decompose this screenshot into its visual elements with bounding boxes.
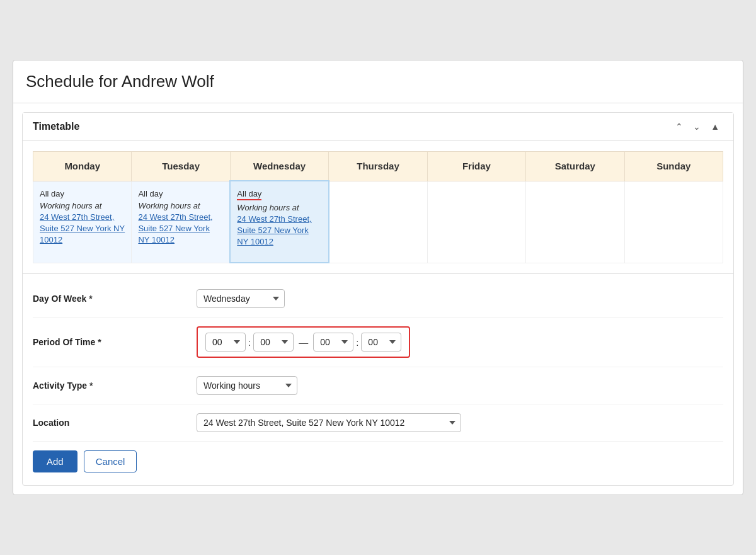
activity-type-control: Working hours [197, 376, 297, 395]
form-section: Day Of Week * Monday Tuesday Wednesday T… [23, 274, 733, 485]
timetable-section: Timetable ⌃ ⌄ ▲ Monday Tuesday Wednesday… [22, 112, 734, 486]
time-dash: — [299, 337, 308, 348]
cell-monday: All day Working hours at 24 West 27th St… [33, 181, 132, 263]
timetable-row: All day Working hours at 24 West 27th St… [33, 181, 723, 263]
end-colon: : [356, 337, 358, 348]
location-control: 24 West 27th Street, Suite 527 New York … [197, 413, 461, 432]
section-controls: ⌃ ⌄ ▲ [672, 120, 723, 133]
monday-working: Working hours at [40, 201, 125, 210]
location-select[interactable]: 24 West 27th Street, Suite 527 New York … [197, 413, 461, 432]
monday-link[interactable]: 24 West 27th Street, Suite 527 New York … [40, 212, 125, 246]
col-tuesday: Tuesday [132, 152, 230, 181]
cell-wednesday: All day Working hours at 24 West 27th St… [230, 181, 328, 263]
scroll-down-button[interactable]: ⌄ [689, 120, 704, 133]
activity-required: * [89, 380, 93, 391]
timetable: Monday Tuesday Wednesday Thursday Friday… [33, 151, 723, 263]
activity-type-label: Activity Type * [33, 380, 197, 391]
day-of-week-control: Monday Tuesday Wednesday Thursday Friday… [197, 289, 285, 308]
end-hour-select[interactable]: 00 010203 040506 070809 101112 131415 16… [313, 333, 353, 352]
period-of-time-label: Period Of Time * [33, 337, 197, 347]
timetable-header-row: Monday Tuesday Wednesday Thursday Friday… [33, 152, 723, 181]
timetable-wrapper: Monday Tuesday Wednesday Thursday Friday… [23, 141, 733, 273]
scroll-up-button[interactable]: ⌃ [672, 120, 687, 133]
tuesday-working: Working hours at [138, 201, 223, 210]
wednesday-link[interactable]: 24 West 27th Street, Suite 527 New York … [237, 214, 321, 248]
start-colon: : [248, 337, 251, 348]
section-title: Timetable [33, 121, 79, 132]
day-of-week-select[interactable]: Monday Tuesday Wednesday Thursday Friday… [197, 289, 285, 308]
wednesday-allday-underline: All day [237, 189, 261, 200]
start-hour-select[interactable]: 00 010203 040506 070809 101112 131415 16… [205, 333, 246, 352]
cancel-button[interactable]: Cancel [84, 450, 137, 472]
col-monday: Monday [33, 152, 132, 181]
schedule-container: Schedule for Andrew Wolf Timetable ⌃ ⌄ ▲… [13, 60, 743, 495]
cell-saturday [526, 181, 624, 263]
tuesday-allday: All day [138, 189, 223, 198]
location-label: Location [33, 418, 197, 428]
period-required: * [98, 337, 101, 347]
page-title: Schedule for Andrew Wolf [13, 60, 743, 103]
collapse-button[interactable]: ▲ [707, 120, 723, 133]
monday-allday: All day [40, 189, 125, 198]
col-thursday: Thursday [329, 152, 427, 181]
add-button[interactable]: Add [33, 450, 77, 472]
period-of-time-row: Period Of Time * 00 010203 040506 070809… [33, 318, 723, 367]
cell-thursday [329, 181, 427, 263]
col-sunday: Sunday [624, 152, 723, 181]
start-minute-select[interactable]: 00 153045 [253, 333, 294, 352]
cell-friday [427, 181, 525, 263]
form-buttons: Add Cancel [33, 442, 723, 475]
cell-sunday [624, 181, 723, 263]
day-of-week-label: Day Of Week * [33, 294, 197, 304]
day-of-week-row: Day Of Week * Monday Tuesday Wednesday T… [33, 280, 723, 318]
col-wednesday: Wednesday [230, 152, 328, 181]
tuesday-link[interactable]: 24 West 27th Street, Suite 527 New York … [138, 212, 223, 246]
period-of-time-control: 00 010203 040506 070809 101112 131415 16… [197, 326, 410, 358]
activity-type-row: Activity Type * Working hours [33, 367, 723, 404]
section-header: Timetable ⌃ ⌄ ▲ [23, 113, 733, 141]
col-friday: Friday [427, 152, 525, 181]
wednesday-working: Working hours at [237, 203, 321, 212]
col-saturday: Saturday [526, 152, 624, 181]
wednesday-allday: All day [237, 189, 321, 200]
activity-type-select[interactable]: Working hours [197, 376, 297, 395]
day-of-week-required: * [89, 294, 92, 304]
location-row: Location 24 West 27th Street, Suite 527 … [33, 404, 723, 442]
cell-tuesday: All day Working hours at 24 West 27th St… [132, 181, 230, 263]
end-minute-select[interactable]: 00 153045 [361, 333, 401, 352]
